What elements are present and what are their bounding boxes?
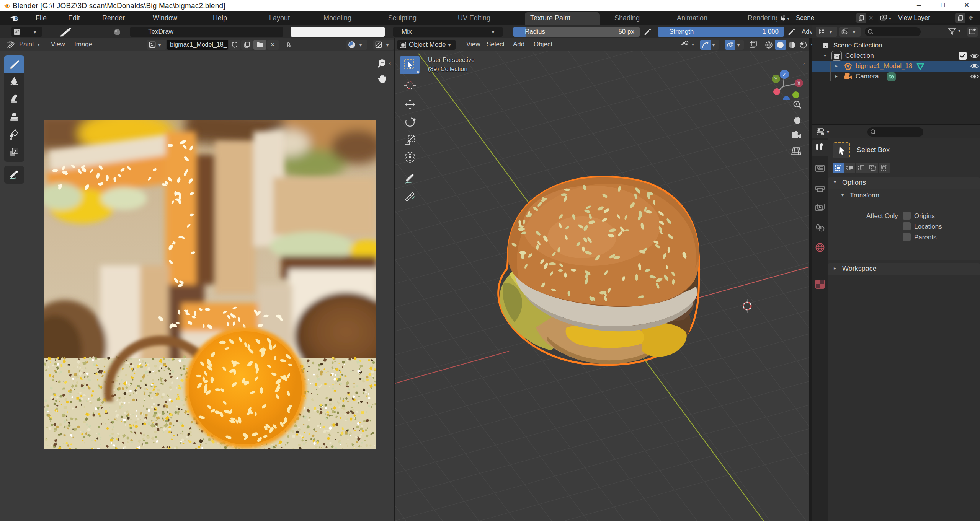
svg-text:Y: Y [774, 77, 777, 82]
svg-text:X: X [797, 81, 800, 86]
svg-text:Z: Z [783, 72, 786, 77]
